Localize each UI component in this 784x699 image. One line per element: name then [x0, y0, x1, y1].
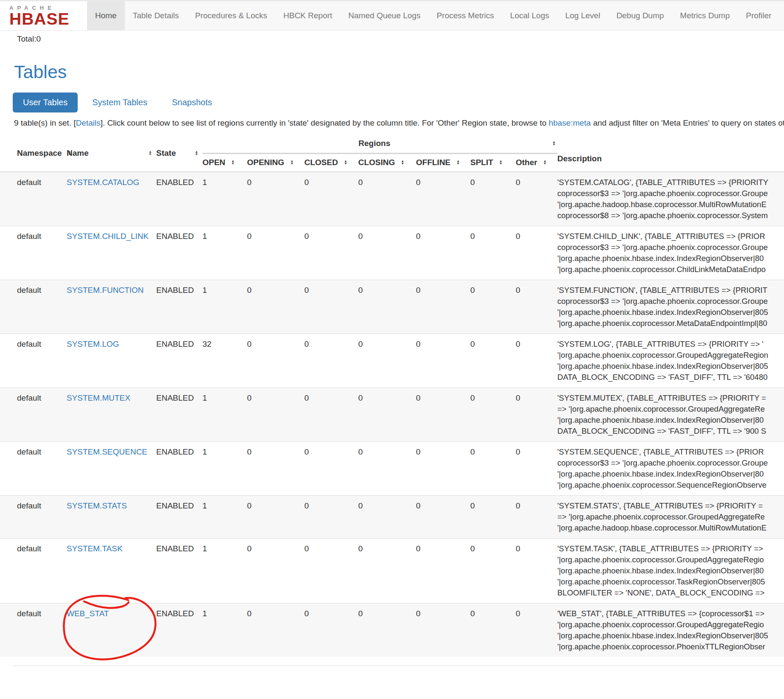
hbase-meta-link[interactable]: hbase:meta — [549, 118, 591, 127]
opening-count[interactable]: 0 — [247, 172, 304, 226]
sort-icon[interactable]: ▲▼ — [149, 151, 152, 156]
nav-item-debug-dump[interactable]: Debug Dump — [608, 1, 672, 30]
offline-count[interactable]: 0 — [416, 442, 470, 496]
closed-count[interactable]: 0 — [304, 442, 358, 496]
closing-count[interactable]: 0 — [358, 334, 416, 388]
open-count[interactable]: 32 — [202, 334, 247, 388]
opening-count[interactable]: 0 — [247, 539, 304, 604]
other-count[interactable]: 0 — [516, 226, 557, 280]
table-name-link[interactable]: SYSTEM.CATALOG — [67, 178, 139, 187]
sort-icon[interactable]: ▲▼ — [290, 160, 294, 165]
other-count[interactable]: 0 — [516, 442, 557, 496]
closing-count[interactable]: 0 — [358, 496, 416, 539]
closing-count[interactable]: 0 — [358, 604, 416, 657]
nav-item-named-queue-logs[interactable]: Named Queue Logs — [340, 1, 429, 30]
closing-count[interactable]: 0 — [358, 172, 416, 226]
table-name-link[interactable]: SYSTEM.STATS — [67, 501, 127, 510]
nav-item-table-details[interactable]: Table Details — [125, 1, 187, 30]
table-name-link[interactable]: WEB_STAT — [67, 609, 109, 618]
tab-user-tables[interactable]: User Tables — [13, 93, 78, 112]
closed-count[interactable]: 0 — [304, 496, 358, 539]
closed-count[interactable]: 0 — [304, 280, 358, 334]
nav-item-local-logs[interactable]: Local Logs — [502, 1, 557, 30]
table-name-link[interactable]: SYSTEM.MUTEX — [67, 393, 130, 402]
hbase-logo[interactable]: APACHE HBASE — [0, 1, 87, 30]
offline-count[interactable]: 0 — [416, 226, 470, 280]
split-count[interactable]: 0 — [470, 172, 516, 226]
closing-count[interactable]: 0 — [358, 442, 416, 496]
nav-item-profiler[interactable]: Profiler — [738, 1, 779, 30]
offline-count[interactable]: 0 — [416, 334, 470, 388]
closing-count[interactable]: 0 — [358, 280, 416, 334]
table-name-link[interactable]: SYSTEM.TASK — [67, 544, 123, 553]
closed-count[interactable]: 0 — [304, 388, 358, 442]
open-count[interactable]: 1 — [202, 604, 247, 657]
split-count[interactable]: 0 — [470, 226, 516, 280]
details-link[interactable]: Details — [76, 118, 101, 127]
offline-count[interactable]: 0 — [416, 604, 470, 657]
other-count[interactable]: 0 — [516, 172, 557, 226]
open-count[interactable]: 1 — [202, 388, 247, 442]
offline-count[interactable]: 0 — [416, 172, 470, 226]
other-count[interactable]: 0 — [516, 280, 557, 334]
closing-count[interactable]: 0 — [358, 539, 416, 604]
closed-count[interactable]: 0 — [304, 539, 358, 604]
nav-item-hbck-report[interactable]: HBCK Report — [275, 1, 340, 30]
closing-count[interactable]: 0 — [358, 226, 416, 280]
sort-icon[interactable]: ▲▼ — [195, 151, 198, 156]
other-count[interactable]: 0 — [516, 539, 557, 604]
nav-item-process-metrics[interactable]: Process Metrics — [429, 1, 502, 30]
nav-item-metrics-dump[interactable]: Metrics Dump — [672, 1, 738, 30]
offline-count[interactable]: 0 — [416, 539, 470, 604]
open-count[interactable]: 1 — [202, 496, 247, 539]
open-count[interactable]: 1 — [202, 172, 247, 226]
split-count[interactable]: 0 — [470, 496, 516, 539]
closing-count[interactable]: 0 — [358, 388, 416, 442]
open-count[interactable]: 1 — [202, 442, 247, 496]
table-name-link[interactable]: SYSTEM.LOG — [67, 340, 119, 348]
split-count[interactable]: 0 — [470, 539, 516, 604]
opening-count[interactable]: 0 — [247, 604, 304, 657]
sort-icon[interactable]: ▲▼ — [401, 160, 405, 165]
opening-count[interactable]: 0 — [247, 280, 304, 334]
opening-count[interactable]: 0 — [247, 388, 304, 442]
split-count[interactable]: 0 — [470, 388, 516, 442]
opening-count[interactable]: 0 — [247, 496, 304, 539]
nav-item-log-level[interactable]: Log Level — [557, 1, 608, 30]
sort-icon[interactable]: ▲▼ — [456, 160, 460, 165]
split-count[interactable]: 0 — [470, 334, 516, 388]
sort-icon[interactable]: ▲▼ — [344, 160, 347, 165]
table-name-link[interactable]: SYSTEM.SEQUENCE — [67, 447, 147, 456]
closed-count[interactable]: 0 — [304, 172, 358, 226]
nav-item-home[interactable]: Home — [87, 1, 125, 30]
split-count[interactable]: 0 — [470, 604, 516, 657]
sort-icon[interactable]: ▲▼ — [552, 141, 556, 146]
other-count[interactable]: 0 — [516, 334, 557, 388]
tab-system-tables[interactable]: System Tables — [82, 93, 157, 112]
offline-count[interactable]: 0 — [416, 280, 470, 334]
opening-count[interactable]: 0 — [247, 334, 304, 388]
open-count[interactable]: 1 — [202, 226, 247, 280]
opening-count[interactable]: 0 — [247, 226, 304, 280]
tab-snapshots[interactable]: Snapshots — [162, 93, 222, 112]
opening-count[interactable]: 0 — [247, 442, 304, 496]
other-count[interactable]: 0 — [516, 604, 557, 657]
other-count[interactable]: 0 — [516, 496, 557, 539]
other-count[interactable]: 0 — [516, 388, 557, 442]
table-name-link[interactable]: SYSTEM.CHILD_LINK — [67, 232, 149, 241]
namespace-cell: default — [0, 226, 67, 280]
offline-count[interactable]: 0 — [416, 388, 470, 442]
nav-item-procedures-locks[interactable]: Procedures & Locks — [187, 1, 275, 30]
closed-count[interactable]: 0 — [304, 604, 358, 657]
split-count[interactable]: 0 — [470, 280, 516, 334]
open-count[interactable]: 1 — [202, 280, 247, 334]
split-count[interactable]: 0 — [470, 442, 516, 496]
sort-icon[interactable]: ▲▼ — [231, 160, 235, 165]
sort-icon[interactable]: ▲▼ — [499, 160, 503, 165]
offline-count[interactable]: 0 — [416, 496, 470, 539]
open-count[interactable]: 1 — [202, 539, 247, 604]
sort-icon[interactable]: ▲▼ — [543, 160, 547, 165]
closed-count[interactable]: 0 — [304, 226, 358, 280]
table-name-link[interactable]: SYSTEM.FUNCTION — [67, 286, 144, 295]
closed-count[interactable]: 0 — [304, 334, 358, 388]
